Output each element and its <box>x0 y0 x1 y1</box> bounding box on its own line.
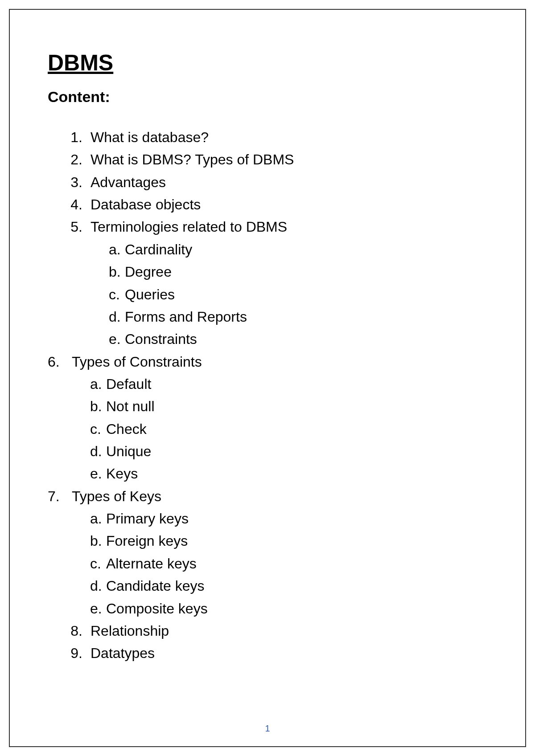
toc-subtext: Unique <box>106 441 151 462</box>
toc-subitem: a. Primary keys <box>90 508 494 529</box>
document-page: DBMS Content: 1. What is database? 2. Wh… <box>9 9 526 747</box>
toc-subletter: c. <box>109 284 125 305</box>
toc-item: 9. Datatypes <box>66 643 494 664</box>
toc-subitem: c. Alternate keys <box>90 553 494 574</box>
toc-subtext: Cardinality <box>125 239 192 260</box>
toc-subletter: d. <box>109 306 125 327</box>
toc-subtext: Queries <box>125 284 175 305</box>
toc-text: Types of Constraints <box>72 351 202 372</box>
toc-subitem: e. Keys <box>90 463 494 484</box>
toc-subletter: d. <box>90 441 106 462</box>
toc-number: 1. <box>66 127 91 148</box>
toc-text: Relationship <box>91 621 169 642</box>
toc-subtext: Constraints <box>125 329 197 350</box>
toc-subtext: Not null <box>106 396 155 417</box>
toc-text: Datatypes <box>91 643 155 664</box>
toc-subletter: a. <box>90 508 106 529</box>
toc-subitem: d. Candidate keys <box>90 576 494 597</box>
toc-subitem: b. Not null <box>90 396 494 417</box>
toc-subtext: Candidate keys <box>106 576 205 597</box>
toc-text: Types of Keys <box>72 486 161 507</box>
toc-subletter: d. <box>90 576 106 597</box>
toc-item: 8. Relationship <box>66 621 494 642</box>
toc-sublist: a. Default b. Not null c. Check d. Uniqu… <box>66 374 494 485</box>
toc-sublist: a. Cardinality b. Degree c. Queries d. F… <box>66 239 494 350</box>
toc-number: 3. <box>66 172 91 193</box>
toc-subtext: Check <box>106 419 147 440</box>
toc-text: What is database? <box>91 127 209 148</box>
table-of-contents: 1. What is database? 2. What is DBMS? Ty… <box>48 127 494 664</box>
toc-subletter: b. <box>90 396 106 417</box>
toc-number: 2. <box>66 149 91 170</box>
toc-subtext: Keys <box>106 463 138 484</box>
toc-number: 6. <box>48 351 72 372</box>
toc-number: 4. <box>66 194 91 215</box>
toc-subitem: a. Cardinality <box>109 239 494 260</box>
toc-subitem: d. Forms and Reports <box>109 306 494 327</box>
toc-subletter: a. <box>90 374 106 395</box>
toc-subitem: e. Composite keys <box>90 598 494 619</box>
toc-subletter: c. <box>90 553 106 574</box>
toc-subitem: b. Foreign keys <box>90 531 494 552</box>
toc-item: 5. Terminologies related to DBMS <box>66 217 494 237</box>
toc-subitem: b. Degree <box>109 262 494 282</box>
toc-text: What is DBMS? Types of DBMS <box>91 149 294 170</box>
toc-item: 6. Types of Constraints <box>48 351 494 372</box>
page-number: 1 <box>265 723 270 734</box>
toc-item: 7. Types of Keys <box>48 486 494 507</box>
content-heading: Content: <box>48 88 494 106</box>
toc-subletter: e. <box>109 329 125 350</box>
toc-item: 2. What is DBMS? Types of DBMS <box>66 149 494 170</box>
toc-item: 4. Database objects <box>66 194 494 215</box>
toc-item: 3. Advantages <box>66 172 494 193</box>
toc-subitem: d. Unique <box>90 441 494 462</box>
document-title: DBMS <box>48 50 494 76</box>
toc-subletter: e. <box>90 598 106 619</box>
toc-subitem: e. Constraints <box>109 329 494 350</box>
toc-subtext: Forms and Reports <box>125 306 247 327</box>
toc-text: Terminologies related to DBMS <box>91 217 287 237</box>
toc-item: 1. What is database? <box>66 127 494 148</box>
toc-subitem: c. Check <box>90 419 494 440</box>
toc-subletter: a. <box>109 239 125 260</box>
toc-subitem: a. Default <box>90 374 494 395</box>
toc-subletter: c. <box>90 419 106 440</box>
toc-subtext: Default <box>106 374 151 395</box>
toc-number: 7. <box>48 486 72 507</box>
toc-number: 8. <box>66 621 91 642</box>
toc-text: Advantages <box>91 172 166 193</box>
toc-subtext: Primary keys <box>106 508 189 529</box>
toc-subletter: b. <box>90 531 106 552</box>
toc-sublist: a. Primary keys b. Foreign keys c. Alter… <box>66 508 494 619</box>
toc-subtext: Composite keys <box>106 598 208 619</box>
toc-subtext: Alternate keys <box>106 553 197 574</box>
toc-number: 9. <box>66 643 91 664</box>
toc-number: 5. <box>66 217 91 237</box>
toc-text: Database objects <box>91 194 201 215</box>
toc-subtext: Degree <box>125 262 172 282</box>
toc-subletter: e. <box>90 463 106 484</box>
toc-subletter: b. <box>109 262 125 282</box>
toc-subtext: Foreign keys <box>106 531 188 552</box>
toc-subitem: c. Queries <box>109 284 494 305</box>
